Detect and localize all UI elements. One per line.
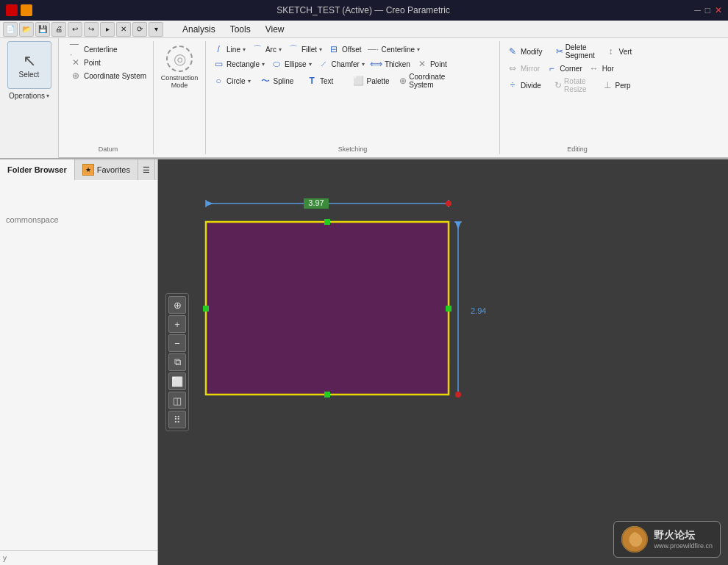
offset-btn[interactable]: ⊟ Offset bbox=[326, 43, 364, 56]
line-dd: ▾ bbox=[243, 46, 246, 53]
svg-rect-3 bbox=[206, 222, 449, 395]
palette-icon: ⬜ bbox=[353, 75, 365, 87]
options-btn[interactable]: ⠿ bbox=[168, 411, 186, 428]
zoom-in-btn[interactable]: + bbox=[168, 315, 186, 333]
construction-mode-btn[interactable]: ◎ ConstructionMode bbox=[158, 43, 201, 92]
offset-icon: ⊟ bbox=[328, 43, 340, 55]
modify-btn[interactable]: ✎ Modify bbox=[504, 43, 552, 60]
sidebar: Folder Browser ★ Favorites ☰ commonspace… bbox=[0, 159, 158, 565]
vert-btn[interactable]: ↕ Vert bbox=[603, 43, 650, 60]
pan-btn[interactable]: ⬜ bbox=[168, 373, 186, 390]
operations-text: Operations bbox=[9, 92, 45, 100]
maximize-btn[interactable]: □ bbox=[705, 5, 710, 15]
hor-btn[interactable]: ↔ Hor bbox=[586, 62, 616, 75]
delete-seg-btn[interactable]: ✂ Delete Segment bbox=[554, 43, 602, 60]
palette-btn[interactable]: ⬜ Palette bbox=[351, 72, 396, 90]
qa-x[interactable]: ✕ bbox=[116, 22, 131, 37]
menu-view[interactable]: View bbox=[258, 23, 292, 36]
chamfer-btn[interactable]: ⟋ Chamfer ▾ bbox=[315, 57, 367, 71]
qa-save[interactable]: 💾 bbox=[35, 22, 50, 37]
minimize-btn[interactable]: ─ bbox=[694, 5, 701, 15]
zoom-fit-btn[interactable]: ⊕ bbox=[168, 296, 186, 314]
qa-print[interactable]: 🖨 bbox=[51, 22, 66, 37]
line-label: Line bbox=[226, 46, 240, 54]
qa-extra[interactable]: ▾ bbox=[149, 22, 163, 37]
commands-area: — · Centerline ✕ Point ⊕ Coordinate Syst… bbox=[59, 38, 728, 158]
qa-open[interactable]: 📂 bbox=[19, 22, 34, 37]
circle-btn[interactable]: ○ Circle ▾ bbox=[210, 72, 256, 90]
spline-btn[interactable]: 〜 Spline bbox=[257, 72, 303, 90]
line-btn[interactable]: / Line ▾ bbox=[210, 43, 248, 56]
fillet-icon: ⌒ bbox=[288, 43, 299, 55]
qa-redo[interactable]: ↪ bbox=[84, 22, 99, 37]
qa-new[interactable]: 📄 bbox=[3, 22, 18, 37]
menu-analysis[interactable]: Analysis bbox=[175, 23, 223, 36]
zoom-window-btn[interactable]: ⧉ bbox=[168, 353, 186, 371]
operations-label[interactable]: Operations ▾ bbox=[9, 92, 49, 100]
watermark-logo bbox=[621, 526, 648, 553]
text-btn[interactable]: T Text bbox=[304, 72, 349, 90]
extra-tab[interactable]: ☰ bbox=[138, 159, 155, 180]
circle-dd: ▾ bbox=[248, 78, 251, 84]
favorites-label: Favorites bbox=[97, 165, 130, 174]
qa-more[interactable]: ▸ bbox=[100, 22, 115, 37]
ellipse-btn[interactable]: ⬭ Ellipse ▾ bbox=[268, 57, 313, 71]
delete-seg-icon: ✂ bbox=[556, 46, 563, 57]
sidebar-footer: y bbox=[0, 550, 157, 565]
quick-access-toolbar: 📄 📂 💾 🖨 ↩ ↪ ▸ ✕ ⟳ ▾ bbox=[3, 22, 163, 37]
arc-btn[interactable]: ⌒ Arc ▾ bbox=[249, 43, 284, 56]
centerline2-label: Centerline bbox=[382, 46, 415, 54]
select-button[interactable]: ↖ Select bbox=[7, 41, 51, 89]
datum-group: — · Centerline ✕ Point ⊕ Coordinate Syst… bbox=[63, 41, 154, 154]
thicken-btn[interactable]: ⟺ Thicken bbox=[368, 57, 413, 71]
coord-sys2-btn[interactable]: ⊕ Coordinate System bbox=[397, 72, 452, 90]
mirror-btn[interactable]: ⇔ Mirror bbox=[504, 62, 542, 75]
rectangle-btn[interactable]: ▭ Rectangle ▾ bbox=[210, 57, 267, 71]
zoom-out-btn[interactable]: − bbox=[168, 334, 186, 352]
ribbon: ↖ Select Operations ▾ — · Centerline ✕ bbox=[0, 38, 728, 159]
close-btn[interactable]: ✕ bbox=[715, 5, 722, 15]
operations-dd-arrow: ▾ bbox=[46, 93, 49, 99]
divide-btn[interactable]: ÷ Divide bbox=[504, 76, 550, 94]
datum-label: Datum bbox=[99, 144, 118, 153]
point2-btn[interactable]: ✕ Point bbox=[414, 57, 449, 71]
sketch-row1: / Line ▾ ⌒ Arc ▾ ⌒ Fillet ▾ bbox=[210, 43, 422, 56]
rotate-resize-icon: ↻ bbox=[554, 79, 562, 91]
menubar: 📄 📂 💾 🖨 ↩ ↪ ▸ ✕ ⟳ ▾ Analysis Tools View bbox=[0, 21, 728, 38]
qa-undo[interactable]: ↩ bbox=[68, 22, 82, 37]
watermark-url: www.proewildfire.cn bbox=[654, 542, 713, 550]
ellipse-dd: ▾ bbox=[309, 61, 312, 68]
point-btn[interactable]: ✕ Point bbox=[68, 56, 149, 69]
chamfer-icon: ⟋ bbox=[318, 58, 329, 70]
centerline-btn[interactable]: — · Centerline bbox=[68, 43, 149, 56]
arc-dd: ▾ bbox=[279, 46, 282, 53]
rect-dd: ▾ bbox=[262, 61, 265, 68]
canvas-area[interactable]: 3.97 2.94 ⊕ + − ⧉ ⬜ bbox=[158, 159, 728, 565]
palette-label: Palette bbox=[367, 77, 390, 85]
coord-sys-label: Coordinate System bbox=[84, 72, 146, 80]
rectangle-icon: ▭ bbox=[213, 58, 224, 70]
centerline2-btn[interactable]: —· Centerline ▾ bbox=[365, 43, 423, 56]
menu-tools[interactable]: Tools bbox=[223, 23, 258, 36]
qa-regenerate[interactable]: ⟳ bbox=[132, 22, 147, 37]
favorites-tab[interactable]: ★ Favorites bbox=[75, 159, 138, 180]
app-icon-red bbox=[6, 4, 18, 16]
sketch-row3: ○ Circle ▾ 〜 Spline T Text bbox=[210, 72, 452, 90]
thicken-label: Thicken bbox=[385, 60, 410, 68]
corner-btn[interactable]: ⌐ Corner bbox=[543, 62, 585, 75]
coord-sys-btn[interactable]: ⊕ Coordinate System bbox=[68, 69, 149, 82]
folder-browser-tab[interactable]: Folder Browser bbox=[0, 159, 75, 180]
view3d-btn[interactable]: ◫ bbox=[168, 392, 186, 409]
construction-group: ◎ ConstructionMode bbox=[154, 41, 206, 154]
construction-mode-icon: ◎ bbox=[166, 46, 193, 72]
perp-btn[interactable]: ⊥ Perp bbox=[599, 76, 645, 94]
workspace: Folder Browser ★ Favorites ☰ commonspace… bbox=[0, 159, 728, 565]
text-icon: T bbox=[306, 75, 318, 87]
rotate-resize-btn[interactable]: ↻ Rotate Resize bbox=[552, 76, 597, 94]
fillet-btn[interactable]: ⌒ Fillet ▾ bbox=[285, 43, 324, 56]
sketch-row2: ▭ Rectangle ▾ ⬭ Ellipse ▾ ⟋ Chamfer bbox=[210, 57, 449, 71]
view-toolbar: ⊕ + − ⧉ ⬜ ◫ ⠿ bbox=[165, 293, 189, 431]
coord-sys2-icon: ⊕ bbox=[399, 75, 407, 87]
fillet-label: Fillet bbox=[301, 46, 317, 54]
point2-icon: ✕ bbox=[416, 58, 428, 70]
